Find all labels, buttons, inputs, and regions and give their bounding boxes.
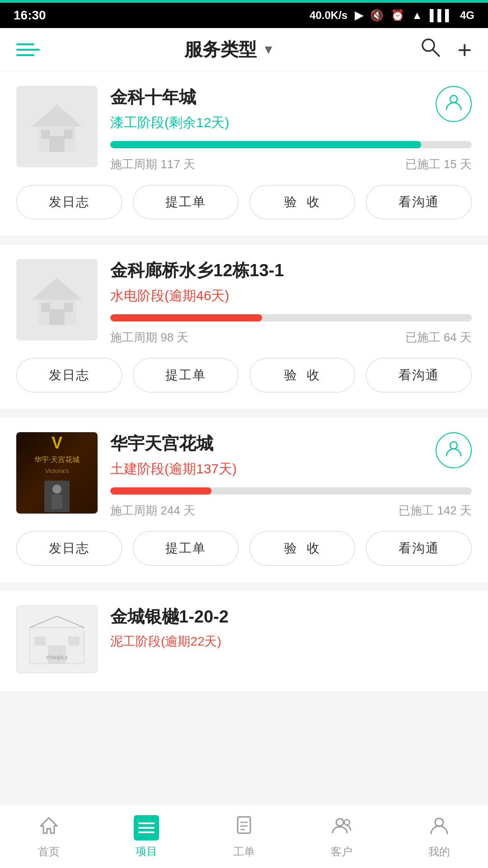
project-icon-line-3 [138, 831, 155, 833]
project-label: 项目 [136, 844, 157, 859]
bottom-nav-mine[interactable]: 我的 [390, 814, 488, 859]
status-time: 16:30 [14, 8, 46, 23]
svg-marker-23 [41, 818, 57, 833]
progress-bar-wrap-2 [110, 314, 472, 321]
constructed-days-1: 已施工 15 天 [405, 156, 472, 172]
progress-bar-wrap-3 [110, 487, 472, 495]
svg-line-17 [30, 616, 57, 627]
card-stats-3: 施工周期 244 天 已施工 142 天 [110, 503, 472, 519]
action-chat-2[interactable]: 看沟通 [366, 358, 472, 392]
add-button[interactable]: + [457, 38, 472, 62]
action-chat-3[interactable]: 看沟通 [366, 531, 472, 566]
action-verify-3[interactable]: 验 收 [249, 531, 355, 566]
dropdown-arrow-icon: ▼ [262, 42, 275, 57]
nav-title-area[interactable]: 服务类型 ▼ [184, 37, 275, 62]
project-icon-line-1 [138, 822, 155, 824]
card-stage-3: 土建阶段(逾期137天) [110, 460, 472, 478]
bottom-nav-workorder[interactable]: 工单 [195, 814, 293, 859]
menu-line-2 [16, 49, 40, 51]
workorder-label: 工单 [233, 844, 255, 859]
card-info-4: 金城银樾1-20-2 泥工阶段(逾期22天) [110, 605, 472, 659]
card-content-2: 金科廊桥水乡12栋13-1 水电阶段(逾期46天) 施工周期 98 天 已施工 … [0, 245, 488, 358]
bottom-nav-customer[interactable]: 客户 [293, 814, 390, 859]
bottom-nav-project[interactable]: 项目 [98, 815, 195, 859]
svg-point-13 [52, 485, 61, 494]
card-content-4: chaojia.s 金城银樾1-20-2 泥工阶段(逾期22天) [0, 591, 488, 682]
menu-button[interactable] [16, 43, 40, 56]
mine-label: 我的 [428, 844, 450, 859]
action-chat-1[interactable]: 看沟通 [366, 185, 472, 219]
home-label: 首页 [38, 844, 60, 859]
action-verify-1[interactable]: 验 收 [249, 185, 355, 219]
svg-rect-12 [64, 303, 73, 312]
card-content-3: V 华宇·天宫花城 Victoria's 华宇天宫花城 土建阶段(逾期137天) [0, 418, 488, 531]
avatar-button-1[interactable] [436, 86, 472, 122]
project-card-4: chaojia.s 金城银樾1-20-2 泥工阶段(逾期22天) [0, 591, 488, 691]
card-title-1: 金科十年城 [110, 86, 472, 109]
card-image-2 [16, 259, 98, 340]
progress-bar-fill-3 [110, 487, 211, 495]
svg-point-30 [435, 818, 443, 826]
bottom-nav-home[interactable]: 首页 [0, 814, 98, 859]
action-log-1[interactable]: 发日志 [16, 185, 122, 219]
customer-icon [331, 814, 352, 841]
card-stats-1: 施工周期 117 天 已施工 15 天 [110, 156, 472, 172]
wifi-icon: ▲ [412, 9, 422, 22]
avatar-button-3[interactable] [436, 432, 472, 468]
mine-icon [428, 814, 450, 841]
huayu-background: V 华宇·天宫花城 Victoria's [16, 432, 98, 514]
action-verify-2[interactable]: 验 收 [249, 358, 355, 392]
customer-label: 客户 [331, 844, 352, 859]
nav-actions: + [419, 36, 472, 63]
card-image-4: chaojia.s [16, 605, 98, 673]
menu-dot-line-3 [16, 54, 34, 56]
svg-text:chaojia.s: chaojia.s [46, 654, 67, 660]
action-workorder-2[interactable]: 提工单 [133, 358, 239, 392]
avatar-icon-1 [444, 92, 464, 116]
constructed-days-2: 已施工 64 天 [405, 330, 472, 345]
card-stage-2: 水电阶段(逾期46天) [110, 287, 472, 305]
action-log-3[interactable]: 发日志 [16, 531, 122, 566]
card-info-2: 金科廊桥水乡12栋13-1 水电阶段(逾期46天) 施工周期 98 天 已施工 … [110, 259, 472, 345]
huayu-logo-text: V [52, 434, 62, 453]
action-workorder-3[interactable]: 提工单 [133, 531, 239, 566]
action-workorder-1[interactable]: 提工单 [133, 185, 239, 219]
mute-icon: 🔇 [370, 9, 384, 22]
svg-marker-8 [32, 278, 82, 300]
card-actions-1: 发日志 提工单 验 收 看沟通 [0, 185, 488, 236]
bluetooth-icon: ▶ [355, 9, 363, 22]
progress-bar-fill-2 [110, 314, 262, 321]
svg-rect-10 [49, 309, 65, 325]
huayu-name-text: 华宇·天宫花城 [34, 455, 80, 465]
huayu-person-placeholder [44, 481, 70, 512]
svg-rect-5 [41, 130, 50, 139]
project-card-1: 金科十年城 漆工阶段(剩余12天) 施工周期 117 天 已施工 15 天 [0, 71, 488, 236]
svg-rect-21 [68, 637, 80, 646]
menu-dot-line-1 [16, 43, 34, 45]
card-stage-1: 漆工阶段(剩余12天) [110, 113, 472, 132]
svg-point-7 [450, 95, 457, 103]
card-title-4: 金城银樾1-20-2 [110, 605, 472, 628]
svg-marker-2 [32, 104, 82, 127]
nav-bar: 服务类型 ▼ + [0, 28, 488, 71]
card-stage-4: 泥工阶段(逾期22天) [110, 633, 472, 650]
search-button[interactable] [419, 36, 441, 63]
card-actions-2: 发日志 提工单 验 收 看沟通 [0, 358, 488, 409]
status-right: 40.0K/s ▶ 🔇 ⏰ ▲ ▌▌▌ 4G [310, 9, 474, 22]
card-info-3: 华宇天宫花城 土建阶段(逾期137天) 施工周期 244 天 已施工 142 天 [110, 432, 472, 519]
svg-rect-14 [52, 495, 62, 509]
avatar-icon-3 [444, 438, 464, 462]
action-log-2[interactable]: 发日志 [16, 358, 122, 392]
status-bar: 16:30 40.0K/s ▶ 🔇 ⏰ ▲ ▌▌▌ 4G [0, 3, 488, 28]
card-title-2: 金科廊桥水乡12栋13-1 [110, 259, 472, 282]
card-image-1 [16, 86, 98, 167]
svg-rect-6 [64, 130, 73, 139]
svg-rect-11 [41, 303, 50, 312]
alarm-icon: ⏰ [391, 9, 404, 22]
card-info-1: 金科十年城 漆工阶段(剩余12天) 施工周期 117 天 已施工 15 天 [110, 86, 472, 172]
project-active-icon [134, 815, 159, 840]
svg-rect-20 [34, 637, 46, 646]
progress-bar-wrap-1 [110, 141, 472, 148]
svg-line-18 [57, 616, 84, 627]
signal-icon: ▌▌▌ [430, 9, 453, 22]
